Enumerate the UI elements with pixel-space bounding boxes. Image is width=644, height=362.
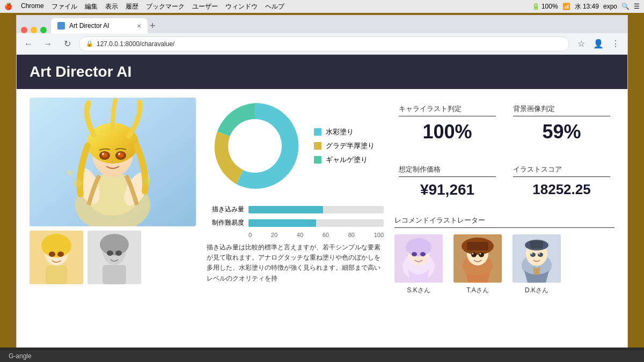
- menu-user[interactable]: ユーザー: [192, 2, 218, 11]
- menu-icon[interactable]: ☰: [634, 3, 640, 10]
- menu-edit[interactable]: 編集: [85, 2, 98, 11]
- legend-item-2: グラデ半厚塗り: [314, 141, 375, 151]
- forward-button[interactable]: →: [40, 36, 55, 51]
- stat-score: イラストスコア 18252.25: [509, 158, 614, 205]
- svg-point-52: [531, 253, 533, 255]
- footer-label: G-angle: [9, 352, 32, 360]
- maximize-window-button[interactable]: [40, 27, 47, 33]
- thumbnail-row: [30, 231, 196, 284]
- recommender-sk[interactable]: S.Kさん: [394, 234, 443, 295]
- stat-chara: キャライラスト判定 100%: [394, 98, 500, 150]
- menubar-right: 🔋 100% 📶 水 13:49 expo 🔍 ☰: [532, 2, 640, 11]
- menubar: 🍎 Chrome ファイル 編集 表示 履歴 ブックマーク ユーザー ウィンドウ…: [0, 0, 644, 13]
- svg-rect-28: [103, 265, 126, 284]
- svg-point-16: [144, 177, 151, 184]
- tab-close-button[interactable]: ✕: [137, 23, 141, 29]
- svg-point-42: [479, 253, 484, 257]
- lock-icon: 🔒: [86, 40, 93, 47]
- bg-value: 59%: [513, 121, 610, 143]
- price-value: ¥91,261: [399, 181, 496, 198]
- bar-chart-section: 描き込み量 制作難易度 0: [207, 205, 384, 238]
- recommender-dk[interactable]: D.Kさん: [513, 234, 561, 295]
- left-panel: [30, 98, 196, 340]
- menu-window[interactable]: ウィンドウ: [225, 2, 258, 11]
- recommender-ta[interactable]: T.Aさん: [453, 234, 502, 295]
- thumbnail-1[interactable]: [30, 231, 83, 284]
- legend-label-1: 水彩塗り: [326, 127, 354, 137]
- bar-row-1: 描き込み量: [207, 205, 384, 214]
- svg-point-21: [57, 252, 64, 257]
- recommenders-section: レコメンドイラストレーター: [394, 216, 614, 295]
- app-title: Art Director AI: [30, 63, 131, 80]
- close-window-button[interactable]: [21, 27, 27, 33]
- reload-button[interactable]: ↻: [60, 36, 75, 51]
- menu-view[interactable]: 表示: [105, 2, 118, 11]
- more-button[interactable]: ⋮: [608, 36, 623, 51]
- recommender-name-dk: D.Kさん: [525, 286, 548, 295]
- thumbnail-2[interactable]: [87, 231, 141, 284]
- main-layout: 水彩塗り グラデ半厚塗り ギャルゲ塗り: [17, 89, 627, 348]
- back-button[interactable]: ←: [21, 36, 36, 51]
- menu-file[interactable]: ファイル: [52, 2, 77, 11]
- description-text: 描き込み量は比較的標準と言えますが、若干シンプルな要素が見て取れます。アナログタ…: [207, 242, 384, 284]
- svg-point-14: [74, 179, 82, 188]
- svg-point-43: [472, 253, 474, 255]
- bar-track-1: [248, 206, 384, 213]
- svg-rect-40: [467, 242, 488, 250]
- middle-panel: 水彩塗り グラデ半厚塗り ギャルゲ塗り: [207, 98, 384, 340]
- svg-point-20: [49, 252, 55, 257]
- bar-label-1: 描き込み量: [207, 205, 244, 214]
- legend-item-3: ギャルゲ塗り: [314, 155, 375, 165]
- search-icon[interactable]: 🔍: [621, 3, 630, 10]
- bar-fill-1: [248, 206, 323, 213]
- menu-help[interactable]: ヘルプ: [265, 2, 284, 11]
- score-label: イラストスコア: [513, 165, 610, 177]
- apple-icon: 🍎: [4, 3, 12, 10]
- svg-point-27: [115, 250, 122, 256]
- browser-tab[interactable]: Art Director AI ✕: [51, 18, 148, 33]
- recommender-avatar-dk: [513, 234, 561, 283]
- svg-point-51: [538, 253, 543, 257]
- tab-title: Art Director AI: [69, 22, 109, 29]
- menu-items: Chrome ファイル 編集 表示 履歴 ブックマーク ユーザー ウィンドウ ヘ…: [21, 2, 284, 11]
- recommenders-label: レコメンドイラストレーター: [394, 216, 614, 228]
- score-value: 18252.25: [513, 181, 610, 198]
- bar-track-2: [248, 219, 384, 227]
- bookmark-button[interactable]: ☆: [574, 36, 589, 51]
- svg-rect-22: [46, 265, 67, 284]
- axis-0: 0: [248, 232, 252, 238]
- legend-color-2: [314, 142, 321, 150]
- bar-axis: 0 20 40 60 80 100: [248, 232, 384, 238]
- account-button[interactable]: 👤: [591, 36, 606, 51]
- svg-point-53: [539, 253, 540, 255]
- legend-color-3: [314, 156, 321, 164]
- axis-80: 80: [348, 232, 355, 238]
- legend-label-2: グラデ半厚塗り: [326, 141, 375, 151]
- svg-point-44: [480, 253, 481, 255]
- minimize-window-button[interactable]: [31, 27, 37, 33]
- svg-point-15: [67, 170, 72, 175]
- url-bar[interactable]: 🔒 127.0.0.1:8000/charavalue/: [79, 36, 569, 51]
- axis-100: 100: [374, 232, 384, 238]
- bar-fill-2: [248, 219, 316, 227]
- stat-bg: 背景画像判定 59%: [509, 98, 614, 150]
- recommender-name-ta: T.Aさん: [466, 286, 488, 295]
- menu-bookmarks[interactable]: ブックマーク: [146, 2, 185, 11]
- right-panel: キャライラスト判定 100% 背景画像判定 59% 想定制作価格 ¥91,261: [394, 98, 614, 340]
- legend-label-3: ギャルゲ塗り: [326, 155, 368, 165]
- chara-value: 100%: [399, 121, 496, 143]
- recommenders-grid: S.Kさん: [394, 234, 614, 295]
- browser-window: Art Director AI ✕ + ← → ↻ 🔒 127.0.0.1:80…: [16, 15, 628, 348]
- new-tab-button[interactable]: +: [150, 18, 156, 33]
- svg-point-13: [118, 153, 120, 155]
- main-character-image: [30, 98, 196, 226]
- svg-point-35: [420, 252, 426, 256]
- footer-bar: G-angle: [0, 350, 644, 362]
- bar-row-2: 制作難易度: [207, 218, 384, 227]
- chara-label: キャライラスト判定: [399, 104, 496, 116]
- recommender-name-sk: S.Kさん: [407, 286, 430, 295]
- chart-legend: 水彩塗り グラデ半厚塗り ギャルゲ塗り: [314, 127, 375, 165]
- menu-chrome[interactable]: Chrome: [21, 2, 44, 11]
- menu-history[interactable]: 履歴: [126, 2, 138, 11]
- axis-20: 20: [271, 232, 277, 238]
